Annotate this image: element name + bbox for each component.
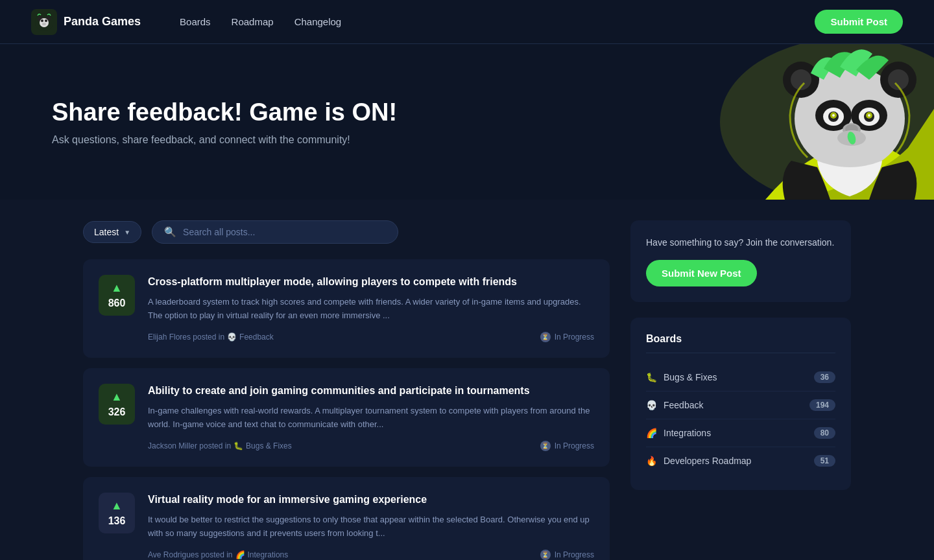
brand-name: Panda Games: [64, 15, 141, 29]
board-item-emoji-icon: 💀: [646, 400, 657, 410]
board-badge[interactable]: 💀 Feedback: [227, 332, 274, 342]
nav-links: Boards Roadmap Changelog: [180, 16, 789, 27]
status-dot-icon: ⏳: [540, 550, 551, 560]
board-item-left: 🔥 Developers Roadmap: [646, 456, 751, 466]
brand-logo-icon: [31, 9, 57, 35]
post-status: In Progress: [555, 332, 594, 342]
chevron-down-icon: ▼: [124, 229, 130, 236]
board-item[interactable]: 🔥 Developers Roadmap 51: [646, 447, 835, 474]
hero-title: Share feedback! Game is ON!: [52, 99, 397, 126]
nav-roadmap[interactable]: Roadmap: [232, 16, 274, 27]
post-excerpt: A leaderboard system to track high score…: [148, 296, 594, 323]
post-card[interactable]: ▲ 326 Ability to create and join gaming …: [83, 368, 610, 467]
post-meta: Jackson Miller posted in 🐛 Bugs & Fixes …: [148, 441, 594, 451]
upvote-arrow-icon: ▲: [111, 390, 123, 404]
post-meta: Ave Rodrigues posted in 🌈 Integrations ⏳…: [148, 550, 594, 560]
post-title: Cross-platform multiplayer mode, allowin…: [148, 275, 594, 289]
sort-label: Latest: [94, 227, 119, 237]
post-card[interactable]: ▲ 860 Cross-platform multiplayer mode, a…: [83, 259, 610, 358]
post-content: Virtual reality mode for an immersive ga…: [148, 493, 594, 560]
search-box: 🔍: [152, 220, 398, 244]
svg-point-6: [42, 23, 46, 25]
post-meta-left: Jackson Miller posted in 🐛 Bugs & Fixes: [148, 441, 292, 450]
vote-box[interactable]: ▲ 860: [99, 275, 135, 316]
board-item-count: 80: [814, 427, 835, 439]
status-badge: ⏳ In Progress: [540, 441, 594, 451]
post-content: Cross-platform multiplayer mode, allowin…: [148, 275, 594, 342]
post-status: In Progress: [555, 550, 594, 559]
vote-box[interactable]: ▲ 136: [99, 493, 135, 533]
upvote-arrow-icon: ▲: [111, 281, 123, 295]
main-container: Latest ▼ 🔍 ▲ 860 Cross-platform multipla…: [52, 200, 882, 560]
boards-list: 🐛 Bugs & Fixes 36 💀 Feedback 194 🌈 Integ…: [646, 364, 835, 474]
search-icon: 🔍: [164, 226, 176, 238]
board-name: Bugs & Fixes: [246, 441, 292, 450]
submit-new-post-button[interactable]: Submit New Post: [646, 260, 757, 286]
board-name: Feedback: [239, 332, 274, 342]
vote-count: 860: [108, 298, 126, 309]
vote-count: 326: [108, 406, 126, 418]
brand-logo-link[interactable]: Panda Games: [31, 9, 141, 35]
svg-point-22: [868, 114, 870, 117]
post-card[interactable]: ▲ 136 Virtual reality mode for an immers…: [83, 477, 610, 560]
vote-count: 136: [108, 515, 126, 527]
board-item-emoji-icon: 🐛: [646, 372, 657, 382]
board-item[interactable]: 🐛 Bugs & Fixes 36: [646, 364, 835, 391]
board-item-name: Integrations: [664, 428, 711, 438]
board-item-emoji-icon: 🌈: [646, 428, 657, 438]
sidebar: Have something to say? Join the conversa…: [630, 220, 851, 560]
board-emoji-icon: 🌈: [235, 550, 245, 559]
svg-point-21: [832, 114, 835, 117]
board-item-name: Bugs & Fixes: [664, 372, 717, 382]
status-badge: ⏳ In Progress: [540, 550, 594, 560]
panda-logo-svg: [34, 12, 54, 32]
post-author: Jackson Miller posted in: [148, 441, 231, 450]
panda-mascot-image: [636, 44, 934, 200]
upvote-arrow-icon: ▲: [111, 499, 123, 513]
board-badge[interactable]: 🌈 Integrations: [235, 550, 289, 559]
board-item[interactable]: 💀 Feedback 194: [646, 391, 835, 419]
hero-mascot: [623, 44, 934, 200]
post-title: Virtual reality mode for an immersive ga…: [148, 493, 594, 507]
board-item-emoji-icon: 🔥: [646, 456, 657, 466]
boards-panel: Boards 🐛 Bugs & Fixes 36 💀 Feedback 194 …: [630, 318, 851, 490]
post-author: Elijah Flores posted in: [148, 332, 224, 342]
svg-point-4: [41, 19, 43, 22]
board-item-count: 194: [809, 399, 835, 411]
board-item-left: 🐛 Bugs & Fixes: [646, 372, 717, 382]
post-excerpt: It would be better to restrict the sugge…: [148, 513, 594, 541]
hero-section: Share feedback! Game is ON! Ask question…: [0, 44, 934, 200]
nav-changelog[interactable]: Changelog: [294, 16, 342, 27]
navbar: Panda Games Boards Roadmap Changelog Sub…: [0, 0, 934, 44]
board-item-left: 💀 Feedback: [646, 400, 703, 410]
board-item[interactable]: 🌈 Integrations 80: [646, 419, 835, 447]
submit-post-button[interactable]: Submit Post: [815, 10, 903, 34]
sort-dropdown[interactable]: Latest ▼: [83, 221, 141, 243]
post-meta-left: Elijah Flores posted in 💀 Feedback: [148, 332, 274, 342]
status-dot-icon: ⏳: [540, 441, 551, 451]
status-badge: ⏳ In Progress: [540, 332, 594, 342]
post-title: Ability to create and join gaming commun…: [148, 384, 594, 398]
post-meta: Elijah Flores posted in 💀 Feedback ⏳ In …: [148, 332, 594, 342]
board-item-left: 🌈 Integrations: [646, 428, 711, 438]
sidebar-cta-text: Have something to say? Join the conversa…: [646, 236, 835, 250]
board-item-name: Feedback: [664, 400, 703, 410]
svg-point-5: [45, 19, 47, 22]
search-input[interactable]: [183, 227, 386, 237]
post-excerpt: In-game challenges with real-world rewar…: [148, 404, 594, 432]
board-name: Integrations: [248, 550, 289, 559]
panda-mascot-svg: [636, 44, 934, 200]
board-badge[interactable]: 🐛 Bugs & Fixes: [234, 441, 292, 450]
board-emoji-icon: 🐛: [234, 441, 243, 450]
nav-boards[interactable]: Boards: [180, 16, 211, 27]
sidebar-cta-panel: Have something to say? Join the conversa…: [630, 220, 851, 302]
post-status: In Progress: [555, 441, 594, 450]
post-author: Ave Rodrigues posted in: [148, 550, 233, 559]
posts-column: Latest ▼ 🔍 ▲ 860 Cross-platform multipla…: [83, 220, 610, 560]
post-meta-left: Ave Rodrigues posted in 🌈 Integrations: [148, 550, 288, 559]
board-item-name: Developers Roadmap: [664, 456, 751, 466]
vote-box[interactable]: ▲ 326: [99, 384, 135, 425]
hero-subtitle: Ask questions, share feedback, and conne…: [52, 134, 397, 146]
board-emoji-icon: 💀: [227, 332, 237, 342]
board-item-count: 36: [814, 371, 835, 383]
